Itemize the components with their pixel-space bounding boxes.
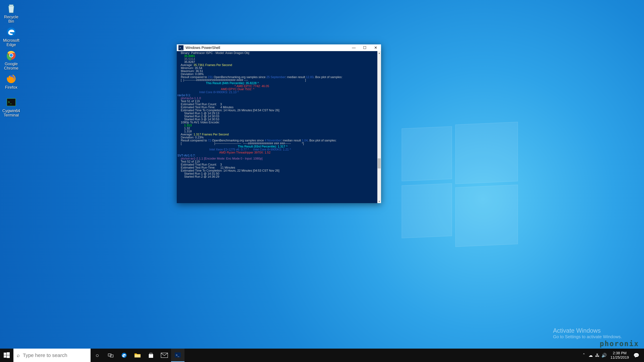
tray-chevron-icon[interactable]: ˄ [580, 349, 587, 362]
tray-network-icon[interactable]: 🖧 [594, 349, 601, 362]
desktop-icon-recycle-bin[interactable]: Recycle Bin [0, 1, 22, 25]
recycle-bin-icon [6, 3, 17, 14]
taskbar: ⌕ ○ >_ ˄ ☁ 🖧 🔊 2:38 PM 11/25/2019 💬 [0, 349, 644, 362]
taskbar-search[interactable]: ⌕ [14, 349, 90, 362]
desktop-icon-label: Recycle Bin [1, 15, 21, 24]
chrome-icon [6, 50, 17, 61]
svg-text:>_: >_ [8, 100, 12, 104]
svg-text:>_: >_ [176, 354, 180, 357]
scrollbar[interactable]: ▴ ▾ [377, 51, 381, 203]
desktop-icon-firefox[interactable]: Firefox [0, 72, 22, 95]
tray-volume-icon[interactable]: 🔊 [601, 349, 608, 362]
taskbar-app-store[interactable] [144, 349, 158, 362]
maximize-button[interactable]: ☐ [359, 44, 370, 51]
svg-rect-11 [4, 355, 6, 358]
desktop-icon-label: Cygwin64 Terminal [1, 109, 21, 117]
taskbar-app-powershell[interactable]: >_ [171, 349, 184, 362]
taskbar-app-explorer[interactable] [131, 349, 144, 362]
windows-start-icon [4, 352, 10, 358]
task-view-button[interactable] [104, 349, 118, 362]
firefox-icon [6, 73, 17, 84]
desktop-icon-cygwin[interactable]: >_ Cygwin64 Terminal [0, 95, 22, 119]
taskbar-clock[interactable]: 2:38 PM 11/25/2019 [608, 351, 632, 360]
svg-rect-12 [7, 355, 10, 358]
cortana-button[interactable]: ○ [90, 349, 104, 362]
scroll-down-button[interactable]: ▾ [377, 199, 381, 203]
system-tray: ˄ ☁ 🖧 🔊 2:38 PM 11/25/2019 💬 [580, 349, 644, 362]
activate-windows-watermark: Activate Windows Go to Settings to activ… [553, 327, 622, 339]
window-titlebar[interactable]: >_ Windows PowerShell — ☐ ✕ [177, 44, 381, 51]
activate-heading: Activate Windows [553, 327, 622, 334]
desktop-icon-chrome[interactable]: Google Chrome [0, 48, 22, 72]
close-button[interactable]: ✕ [370, 44, 381, 51]
search-icon: ⌕ [17, 353, 20, 358]
search-input[interactable] [23, 353, 87, 358]
desktop-icon-label: Firefox [5, 85, 17, 89]
tray-onedrive-icon[interactable]: ☁ [587, 349, 594, 362]
wallpaper-windows-logo [402, 123, 518, 239]
svg-rect-10 [7, 352, 10, 355]
phoronix-watermark: phoronix [600, 340, 639, 348]
desktop-icon-label: Microsoft Edge [1, 38, 21, 47]
activate-subtext: Go to Settings to activate Windows. [553, 334, 622, 339]
action-center-button[interactable]: 💬 [632, 353, 641, 358]
desktop-icons: Recycle Bin Microsoft Edge Google Chrome… [0, 1, 22, 119]
powershell-window: >_ Windows PowerShell — ☐ ✕ Binary: Path… [177, 44, 381, 203]
scroll-up-button[interactable]: ▴ [377, 51, 381, 55]
clock-time: 2:38 PM [610, 351, 629, 355]
window-title: Windows PowerShell [186, 45, 348, 50]
terminal-output[interactable]: Binary: Pathtracer ISPC - Model: Asian D… [177, 51, 377, 203]
minimize-button[interactable]: — [348, 44, 359, 51]
clock-date: 11/25/2019 [610, 355, 629, 360]
desktop-icon-label: Google Chrome [1, 62, 21, 70]
edge-icon [6, 26, 17, 37]
desktop-icon-edge[interactable]: Microsoft Edge [0, 25, 22, 48]
scrollbar-thumb[interactable] [378, 158, 381, 168]
svg-rect-0 [9, 5, 13, 6]
powershell-icon: >_ [178, 45, 184, 50]
start-button[interactable] [0, 349, 14, 362]
terminal-icon: >_ [6, 96, 17, 108]
svg-rect-9 [4, 353, 6, 355]
taskbar-app-mail[interactable] [158, 349, 171, 362]
taskbar-app-edge[interactable] [118, 349, 131, 362]
svg-point-5 [10, 54, 13, 57]
